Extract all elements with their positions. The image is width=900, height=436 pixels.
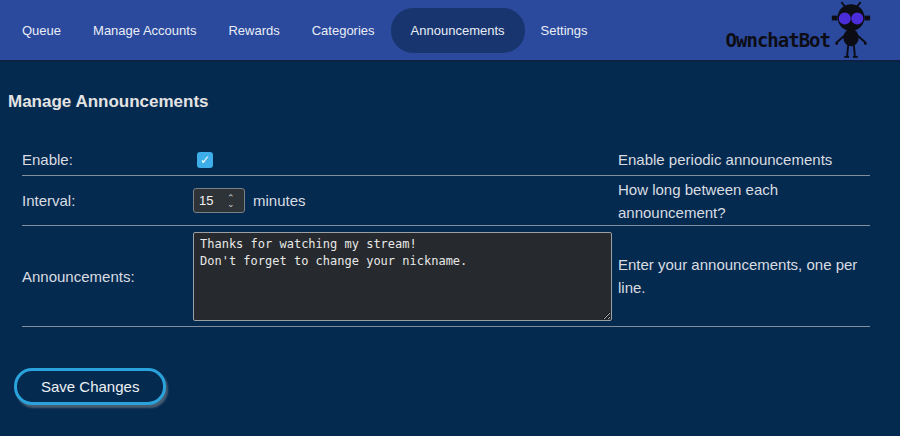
spinner-control[interactable]: ⌃ ⌄ bbox=[227, 195, 235, 207]
interval-label: Interval: bbox=[22, 176, 193, 226]
interval-help-text: How long between each announcement? bbox=[618, 178, 866, 224]
enable-checkbox[interactable]: ✓ bbox=[197, 152, 213, 168]
interval-help: How long between each announcement? bbox=[618, 176, 870, 226]
robot-mascot-icon bbox=[828, 1, 874, 59]
spinner-down-icon[interactable]: ⌄ bbox=[227, 201, 235, 207]
announcements-textarea[interactable]: Thanks for watching my stream! Don't for… bbox=[193, 232, 612, 321]
tab-rewards[interactable]: Rewards bbox=[212, 8, 295, 53]
announcements-label: Announcements: bbox=[22, 226, 193, 327]
enable-label: Enable: bbox=[22, 144, 193, 176]
enable-help: Enable periodic announcements bbox=[618, 144, 870, 176]
enable-help-text: Enable periodic announcements bbox=[618, 148, 832, 171]
announcements-label-text: Announcements: bbox=[22, 268, 135, 285]
enable-field: ✓ bbox=[193, 144, 618, 176]
interval-label-text: Interval: bbox=[22, 192, 75, 209]
tab-announcements[interactable]: Announcements bbox=[391, 8, 525, 53]
tab-settings[interactable]: Settings bbox=[525, 8, 604, 53]
save-changes-button[interactable]: Save Changes bbox=[14, 368, 166, 405]
page-title: Manage Announcements bbox=[8, 92, 900, 112]
main-content: Manage Announcements Enable: ✓ Enable pe… bbox=[0, 92, 900, 405]
logo: OwnchatBot bbox=[726, 1, 888, 59]
logo-text: OwnchatBot bbox=[726, 29, 830, 51]
interval-input[interactable] bbox=[199, 193, 225, 208]
tab-categories[interactable]: Categories bbox=[296, 8, 391, 53]
interval-unit: minutes bbox=[253, 192, 306, 209]
announcements-help-text: Enter your announcements, one per line. bbox=[618, 253, 866, 299]
check-icon: ✓ bbox=[200, 153, 210, 167]
interval-input-box: ⌃ ⌄ bbox=[193, 188, 245, 213]
announcements-field: Thanks for watching my stream! Don't for… bbox=[193, 226, 618, 327]
announcements-form: Enable: ✓ Enable periodic announcements … bbox=[22, 144, 870, 327]
tab-queue[interactable]: Queue bbox=[6, 8, 77, 53]
enable-label-text: Enable: bbox=[22, 151, 73, 168]
nav-tabs: Queue Manage Accounts Rewards Categories… bbox=[6, 0, 604, 60]
top-nav: Queue Manage Accounts Rewards Categories… bbox=[0, 0, 900, 62]
interval-field: ⌃ ⌄ minutes bbox=[193, 176, 618, 226]
tab-manage-accounts[interactable]: Manage Accounts bbox=[77, 8, 212, 53]
announcements-help: Enter your announcements, one per line. bbox=[618, 226, 870, 327]
